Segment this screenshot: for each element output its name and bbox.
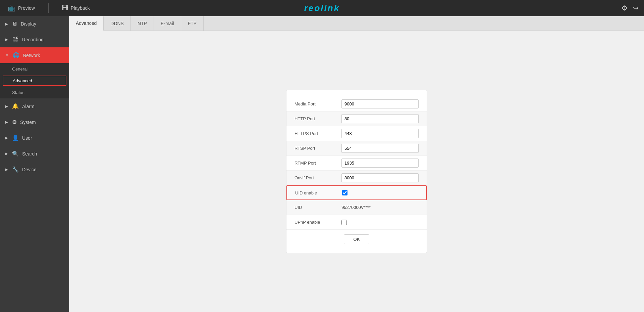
- tab-ftp[interactable]: FTP: [181, 16, 204, 31]
- panel-content: Media Port HTTP Port HTTPS Port RTSP Por…: [69, 31, 644, 312]
- sidebar-item-label: Alarm: [22, 104, 35, 109]
- search-icon: 🔍: [12, 150, 19, 157]
- topbar: 📺 Preview 🎞 Playback reolink ⚙ ↪: [0, 0, 644, 16]
- arrow-icon: ▶: [5, 120, 8, 124]
- rtsp-port-input[interactable]: [341, 144, 419, 153]
- sidebar-item-alarm[interactable]: ▶ 🔔 Alarm: [0, 98, 69, 114]
- status-label: Status: [12, 90, 24, 95]
- tab-ntp[interactable]: NTP: [131, 16, 154, 31]
- sidebar-item-system[interactable]: ▶ ⚙ System: [0, 114, 69, 130]
- playback-button[interactable]: 🎞 Playback: [59, 3, 93, 13]
- sidebar-item-label: Display: [21, 21, 36, 27]
- tab-ddns[interactable]: DDNS: [104, 16, 131, 31]
- tab-email-label: E-mail: [161, 21, 174, 26]
- arrow-icon: ▶: [5, 38, 8, 41]
- uid-label: UID: [294, 205, 341, 210]
- arrow-icon: ▼: [5, 53, 9, 57]
- sidebar-sub-item-general[interactable]: General: [0, 63, 69, 75]
- tab-ftp-label: FTP: [188, 21, 197, 26]
- rtsp-port-row: RTSP Port: [286, 141, 427, 156]
- rtmp-port-input[interactable]: [341, 159, 419, 168]
- tab-ntp-label: NTP: [138, 21, 147, 26]
- tab-advanced[interactable]: Advanced: [69, 16, 104, 31]
- preview-icon: 📺: [8, 4, 15, 12]
- ok-row: OK: [286, 230, 427, 246]
- uid-enable-row: UID enable: [286, 185, 427, 200]
- playback-icon: 🎞: [62, 5, 68, 12]
- rtsp-port-label: RTSP Port: [294, 146, 341, 151]
- sidebar-item-label: Network: [23, 53, 40, 58]
- media-port-input[interactable]: [341, 99, 419, 108]
- tab-email[interactable]: E-mail: [154, 16, 181, 31]
- network-submenu: General Advanced Status: [0, 63, 69, 98]
- network-icon: 🌐: [13, 52, 19, 58]
- http-port-label: HTTP Port: [294, 116, 341, 121]
- arrow-icon: ▶: [5, 104, 8, 108]
- media-port-label: Media Port: [294, 101, 341, 106]
- logo: reolink: [304, 3, 340, 13]
- main-content: ▶ 🖥 Display ▶ 🎬 Recording ▼ 🌐 Network Ge…: [0, 16, 644, 312]
- user-icon: 👤: [12, 135, 19, 141]
- media-port-row: Media Port: [286, 97, 427, 112]
- sidebar-item-network[interactable]: ▼ 🌐 Network: [0, 47, 69, 63]
- upnp-label: UPnP enable: [294, 220, 341, 225]
- arrow-icon: ▶: [5, 152, 8, 155]
- playback-label: Playback: [71, 5, 90, 11]
- uid-value: 95270000V****: [341, 205, 371, 210]
- general-label: General: [12, 66, 28, 72]
- settings-card: Media Port HTTP Port HTTPS Port RTSP Por…: [286, 90, 427, 253]
- onvif-port-input[interactable]: [341, 173, 419, 182]
- sidebar-item-recording[interactable]: ▶ 🎬 Recording: [0, 32, 69, 47]
- sidebar: ▶ 🖥 Display ▶ 🎬 Recording ▼ 🌐 Network Ge…: [0, 16, 69, 312]
- sidebar-item-display[interactable]: ▶ 🖥 Display: [0, 16, 69, 32]
- onvif-port-label: Onvif Port: [294, 175, 341, 180]
- device-icon: 🔧: [12, 166, 19, 173]
- sidebar-item-label: Recording: [22, 37, 44, 42]
- preview-label: Preview: [18, 5, 35, 11]
- https-port-label: HTTPS Port: [294, 131, 341, 136]
- rtmp-port-row: RTMP Port: [286, 156, 427, 171]
- http-port-row: HTTP Port: [286, 112, 427, 126]
- alarm-icon: 🔔: [12, 103, 19, 109]
- uid-enable-label: UID enable: [295, 190, 342, 195]
- system-icon: ⚙: [12, 119, 17, 125]
- topbar-left: 📺 Preview 🎞 Playback: [5, 3, 93, 13]
- sidebar-item-search[interactable]: ▶ 🔍 Search: [0, 146, 69, 162]
- sidebar-sub-item-advanced[interactable]: Advanced: [3, 76, 66, 86]
- arrow-icon: ▶: [5, 22, 8, 26]
- topbar-right: ⚙ ↪: [622, 4, 639, 12]
- https-port-row: HTTPS Port: [286, 126, 427, 141]
- tab-advanced-label: Advanced: [76, 20, 97, 26]
- tab-ddns-label: DDNS: [110, 21, 124, 26]
- settings-icon[interactable]: ⚙: [622, 4, 628, 12]
- upnp-row: UPnP enable: [286, 215, 427, 230]
- preview-button[interactable]: 📺 Preview: [5, 3, 38, 13]
- upnp-checkbox[interactable]: [341, 220, 347, 225]
- uid-row: UID 95270000V****: [286, 200, 427, 215]
- sidebar-item-label: System: [20, 120, 36, 125]
- tabs-bar: Advanced DDNS NTP E-mail FTP: [69, 16, 644, 31]
- sidebar-item-label: Device: [22, 167, 37, 172]
- onvif-port-row: Onvif Port: [286, 171, 427, 185]
- sidebar-sub-item-status[interactable]: Status: [0, 87, 69, 98]
- logo-text: reolink: [304, 3, 340, 13]
- logout-icon[interactable]: ↪: [633, 4, 639, 12]
- right-panel: Advanced DDNS NTP E-mail FTP Media Port: [69, 16, 644, 312]
- http-port-input[interactable]: [341, 114, 419, 123]
- arrow-icon: ▶: [5, 168, 8, 171]
- uid-enable-checkbox[interactable]: [342, 190, 347, 195]
- sidebar-item-device[interactable]: ▶ 🔧 Device: [0, 162, 69, 177]
- sidebar-item-label: User: [22, 135, 32, 141]
- advanced-label: Advanced: [13, 78, 32, 83]
- rtmp-port-label: RTMP Port: [294, 161, 341, 166]
- sidebar-item-user[interactable]: ▶ 👤 User: [0, 130, 69, 146]
- ok-button[interactable]: OK: [344, 234, 370, 244]
- topbar-divider: [48, 3, 49, 13]
- recording-icon: 🎬: [12, 36, 19, 43]
- sidebar-item-label: Search: [22, 151, 37, 157]
- arrow-icon: ▶: [5, 136, 8, 140]
- https-port-input[interactable]: [341, 129, 419, 138]
- display-icon: 🖥: [12, 21, 17, 27]
